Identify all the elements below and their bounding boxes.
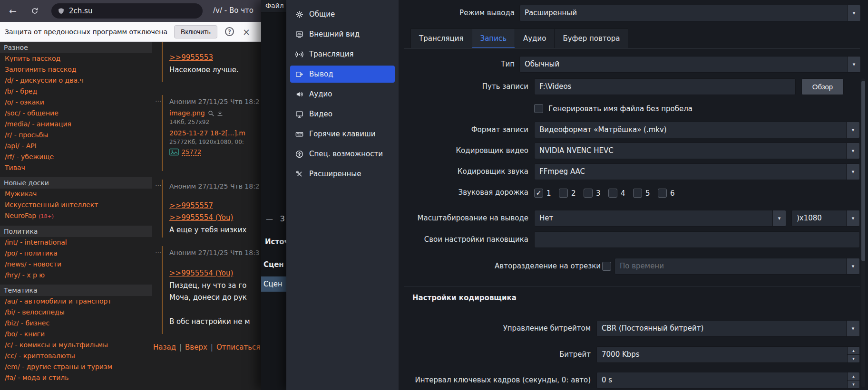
tab-replay-buffer[interactable]: Буфер повтора	[554, 29, 628, 48]
rate-control-select[interactable]: CBR (Постоянный битрейт) ▾	[596, 320, 860, 337]
board-link[interactable]: NeuroFap(18+)	[0, 210, 152, 222]
checkbox-filename-no-space[interactable]	[534, 104, 543, 113]
checkbox-file-splitting[interactable]	[602, 262, 611, 271]
checkbox-track-1[interactable]: ✓	[534, 189, 543, 198]
settings-nav-hotkeys[interactable]: Горячие клавиши	[290, 125, 395, 143]
spin-down-icon[interactable]: ▾	[848, 380, 859, 388]
recording-path-input[interactable]: F:\Videos	[534, 78, 796, 95]
tab-audio[interactable]: Аудио	[515, 29, 554, 48]
track-label[interactable]: 4	[621, 189, 625, 198]
tab-streaming[interactable]: Трансляция	[410, 29, 472, 48]
checkbox-label[interactable]: Генерировать имя файла без пробела	[548, 105, 692, 114]
back-button[interactable]: ←	[5, 4, 21, 18]
download-icon[interactable]	[217, 110, 223, 116]
spin-up-icon[interactable]: ▴	[848, 347, 859, 355]
reply-link[interactable]: >>9955554 (You)	[169, 213, 233, 222]
post-menu-icon[interactable]: ⋯	[155, 248, 162, 256]
checkbox-track-4[interactable]	[608, 189, 617, 198]
board-link[interactable]: /c/ - комиксы и мультфильмы	[0, 340, 152, 351]
bitrate-spinner[interactable]: 7000 Kbps ▴▾	[596, 346, 860, 363]
url-bar[interactable]: 2ch.su	[51, 3, 203, 19]
rescale-resolution-select[interactable]: )x1080 ▾	[791, 210, 860, 227]
board-link[interactable]: /po/ - политика	[0, 248, 152, 259]
board-link[interactable]: /bi/ - велосипеды	[0, 307, 152, 318]
file-thumbnail[interactable]: 25772	[169, 148, 201, 156]
board-link[interactable]: Купить пасскод	[0, 53, 152, 64]
track-label[interactable]: 2	[571, 189, 576, 198]
checkbox-track-6[interactable]	[658, 189, 667, 198]
reply-link[interactable]: >>9955557	[169, 201, 213, 210]
footer-link-up[interactable]: Вверх	[185, 343, 207, 352]
menu-file[interactable]: Файл	[261, 0, 286, 12]
track-label[interactable]: 3	[596, 189, 601, 198]
board-link[interactable]: /d/ - дискуссии о два.ч	[0, 75, 152, 86]
spin-buttons[interactable]: ▴▾	[847, 372, 859, 388]
board-link[interactable]: /au/ - автомобили и транспорт	[0, 296, 152, 307]
scrollbar-thumb[interactable]	[861, 81, 865, 261]
checkbox-track-2[interactable]	[559, 189, 568, 198]
board-link[interactable]: /biz/ - бизнес	[0, 318, 152, 329]
board-link[interactable]: Залогинить пасскод	[0, 64, 152, 75]
close-icon[interactable]: ×	[243, 27, 250, 37]
post-menu-icon[interactable]: ⋯	[155, 97, 162, 105]
track-label[interactable]: 5	[645, 189, 650, 198]
board-link[interactable]: /hry/ - х р ю	[0, 270, 152, 281]
spin-up-icon[interactable]: ▴	[848, 372, 859, 380]
board-link[interactable]: /em/ - другие страны и туризм	[0, 361, 152, 372]
board-link[interactable]: /api/ - API	[0, 141, 152, 152]
shield-icon	[58, 8, 65, 15]
settings-nav-appearance[interactable]: Внешний вид	[290, 26, 395, 43]
settings-nav-output[interactable]: Вывод	[290, 66, 395, 83]
file-link[interactable]: image.png	[169, 109, 223, 117]
post-menu-icon[interactable]: ⋯	[155, 181, 162, 189]
checkbox-track-5[interactable]	[633, 189, 642, 198]
board-link[interactable]: /media/ - анимация	[0, 119, 152, 130]
settings-nav-stream[interactable]: Трансляция	[290, 46, 395, 63]
board-link[interactable]: /b/ - бред	[0, 86, 152, 97]
board-link[interactable]: /bo/ - книги	[0, 329, 152, 340]
keyframe-interval-spinner[interactable]: 0 s ▴▾	[596, 372, 860, 389]
settings-nav-advanced[interactable]: Расширенные	[290, 165, 395, 182]
settings-nav-video[interactable]: Видео	[290, 105, 395, 123]
reply-link[interactable]: >>9955553	[169, 53, 213, 62]
settings-nav-general[interactable]: Общие	[290, 6, 395, 23]
spin-down-icon[interactable]: ▾	[848, 355, 859, 362]
board-link[interactable]: /int/ - international	[0, 237, 152, 248]
track-label[interactable]: 1	[546, 189, 551, 198]
board-link[interactable]: /o/ - оэкаки	[0, 97, 152, 108]
tab-recording[interactable]: Запись	[472, 29, 515, 48]
check-icon: ✓	[536, 189, 542, 197]
video-encoder-select[interactable]: NVIDIA NVENC HEVC ▾	[534, 143, 860, 159]
enable-protection-button[interactable]: Включить	[174, 25, 217, 38]
output-mode-select[interactable]: Расширенный ▾	[519, 5, 861, 21]
board-link[interactable]: Искусственный интеллект	[0, 200, 152, 210]
board-link[interactable]: /news/ - новости	[0, 259, 152, 270]
board-link[interactable]: /fa/ - мода и стиль	[0, 372, 152, 383]
scene-list-selected-item[interactable]: Сцен	[261, 276, 286, 292]
board-link[interactable]: /soc/ - общение	[0, 108, 152, 119]
rescale-select[interactable]: Нет ▾	[534, 210, 786, 227]
checkbox-track-3[interactable]	[584, 189, 593, 198]
footer-link-back[interactable]: Назад	[153, 343, 176, 352]
spin-buttons[interactable]: ▴▾	[847, 347, 859, 362]
settings-nav-audio[interactable]: Аудио	[290, 86, 395, 103]
browse-button[interactable]: Обзор	[801, 78, 844, 95]
board-link[interactable]: Тивач	[0, 162, 152, 173]
minimize-icon[interactable]: —	[266, 215, 273, 223]
board-link[interactable]: /cc/ - криптовалюты	[0, 351, 152, 361]
muxer-settings-input[interactable]	[534, 231, 860, 248]
help-icon[interactable]: ?	[225, 27, 234, 36]
zoom-icon[interactable]	[208, 110, 214, 116]
board-link[interactable]: /rf/ - убежище	[0, 152, 152, 162]
settings-nav-accessibility[interactable]: Спец. возможности	[290, 145, 395, 162]
recording-format-select[interactable]: Видеоформат «Матрёшка» (.mkv) ▾	[534, 122, 860, 138]
board-link[interactable]: /r/ - просьбы	[0, 130, 152, 141]
audio-encoder-select[interactable]: FFmpeg AAC ▾	[534, 163, 860, 180]
track-label[interactable]: 6	[670, 189, 675, 198]
board-link[interactable]: Мужикач	[0, 189, 152, 200]
reload-button[interactable]	[27, 4, 43, 18]
reply-link[interactable]: >>9955554 (You)	[169, 269, 233, 277]
footer-link-unsubscribe[interactable]: Отписаться	[216, 343, 260, 352]
type-select[interactable]: Обычный ▾	[519, 56, 861, 73]
file-link[interactable]: 2025-11-27 18-2[...].m	[169, 129, 245, 137]
